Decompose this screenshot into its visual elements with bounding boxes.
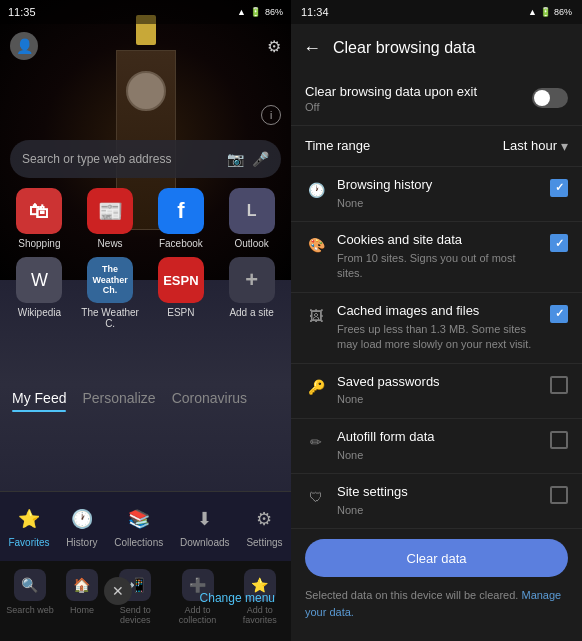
time-range-row[interactable]: Time range Last hour ▾ — [291, 126, 582, 167]
shortcut-facebook[interactable]: f Facebook — [150, 188, 213, 249]
toggle-knob — [534, 90, 550, 106]
facebook-icon: f — [158, 188, 204, 234]
site-settings-item[interactable]: 🛡 Site settings None — [291, 474, 582, 529]
feed-tabs: My Feed Personalize Coronavirus — [0, 390, 291, 410]
tower-clock — [126, 71, 166, 111]
cached-checkbox[interactable] — [550, 305, 568, 323]
shopping-icon: 🛍 — [16, 188, 62, 234]
shortcut-wikipedia-label: Wikipedia — [18, 307, 61, 318]
autofill-title: Autofill form data — [337, 429, 540, 446]
nav-settings[interactable]: ⚙ Settings — [246, 505, 282, 548]
history-icon: 🕐 — [68, 505, 96, 533]
passwords-text: Saved passwords None — [337, 374, 540, 408]
status-time: 11:35 — [8, 6, 36, 18]
change-menu-button[interactable]: Change menu — [200, 591, 275, 605]
avatar[interactable]: 👤 — [10, 32, 38, 60]
battery-pct: 86% — [265, 7, 283, 17]
sec-favorites-label: Add to favorites — [235, 605, 285, 625]
tab-personalize[interactable]: Personalize — [82, 390, 155, 410]
nav-collections[interactable]: 📚 Collections — [114, 505, 163, 548]
footer-text: Selected data on this device will be cle… — [291, 587, 582, 632]
cached-item[interactable]: 🖼 Cached images and files Frees up less … — [291, 293, 582, 364]
info-icon[interactable]: i — [261, 105, 281, 125]
shortcut-wikipedia[interactable]: W Wikipedia — [8, 257, 71, 329]
manage-data-link[interactable]: Manage your data. — [305, 589, 561, 618]
camera-icon[interactable]: 📷 — [227, 151, 244, 167]
back-button[interactable]: ← — [303, 38, 321, 59]
passwords-checkbox[interactable] — [550, 376, 568, 394]
espn-icon: ESPN — [158, 257, 204, 303]
shortcut-news[interactable]: 📰 News — [79, 188, 142, 249]
exit-clear-toggle[interactable] — [532, 88, 568, 108]
shortcut-weather[interactable]: TheWeatherCh. The Weather C. — [79, 257, 142, 329]
tab-myfeed[interactable]: My Feed — [12, 390, 66, 410]
right-battery-pct: 86% — [554, 7, 572, 17]
settings-icon[interactable]: ⚙ — [267, 37, 281, 56]
site-settings-checkbox[interactable] — [550, 486, 568, 504]
clear-data-button[interactable]: Clear data — [305, 539, 568, 577]
cookies-desc: From 10 sites. Signs you out of most sit… — [337, 251, 540, 282]
history-item-icon: 🕐 — [305, 179, 327, 201]
shortcut-espn[interactable]: ESPN ESPN — [150, 257, 213, 329]
outlook-icon: L — [229, 188, 275, 234]
autofill-item[interactable]: ✏ Autofill form data None — [291, 419, 582, 474]
right-status-bar: 11:34 ▲ 🔋 86% — [291, 0, 582, 24]
downloads-icon: ⬇ — [191, 505, 219, 533]
browsing-history-title: Browsing history — [337, 177, 540, 194]
cookies-icon: 🎨 — [305, 234, 327, 256]
left-panel: 11:35 ▲ 🔋 86% 👤 ⚙ i Search or type web a… — [0, 0, 291, 641]
home-icon: 🏠 — [66, 569, 98, 601]
shortcuts-grid: 🛍 Shopping 📰 News f Facebook L Outlook W… — [0, 188, 291, 329]
nav-downloads[interactable]: ⬇ Downloads — [180, 505, 229, 548]
shortcut-news-label: News — [98, 238, 123, 249]
cached-text: Cached images and files Frees up less th… — [337, 303, 540, 353]
site-settings-text: Site settings None — [337, 484, 540, 518]
mic-icon[interactable]: 🎤 — [252, 151, 269, 167]
search-bar[interactable]: Search or type web address 📷 🎤 — [10, 140, 281, 178]
add-site-icon: + — [229, 257, 275, 303]
cookies-item[interactable]: 🎨 Cookies and site data From 10 sites. S… — [291, 222, 582, 293]
dropdown-arrow-icon: ▾ — [561, 138, 568, 154]
exit-clear-toggle-row[interactable]: Clear browsing data upon exit Off — [291, 72, 582, 126]
cookies-checkbox[interactable] — [550, 234, 568, 252]
cached-desc: Frees up less than 1.3 MB. Some sites ma… — [337, 322, 540, 353]
top-bar: 👤 ⚙ — [0, 24, 291, 68]
browsing-history-item[interactable]: 🕐 Browsing history None — [291, 167, 582, 222]
bottom-nav: ⭐ Favorites 🕐 History 📚 Collections ⬇ Do… — [0, 491, 291, 561]
site-settings-icon: 🛡 — [305, 486, 327, 508]
sec-search-web[interactable]: 🔍 Search web — [6, 569, 54, 625]
cookies-text: Cookies and site data From 10 sites. Sig… — [337, 232, 540, 282]
passwords-item[interactable]: 🔑 Saved passwords None — [291, 364, 582, 419]
shortcut-shopping[interactable]: 🛍 Shopping — [8, 188, 71, 249]
site-settings-title: Site settings — [337, 484, 540, 501]
exit-clear-toggle-text: Clear browsing data upon exit Off — [305, 84, 532, 113]
passwords-title: Saved passwords — [337, 374, 540, 391]
autofill-checkbox[interactable] — [550, 431, 568, 449]
time-range-label: Time range — [305, 138, 503, 153]
collections-icon: 📚 — [125, 505, 153, 533]
autofill-text: Autofill form data None — [337, 429, 540, 463]
right-signal-icon: ▲ — [528, 7, 537, 17]
shortcut-add-label: Add a site — [229, 307, 273, 318]
right-panel: 11:34 ▲ 🔋 86% ← Clear browsing data Clea… — [291, 0, 582, 641]
sec-home[interactable]: 🏠 Home — [66, 569, 98, 625]
exit-clear-subtitle: Off — [305, 101, 532, 113]
search-web-icon: 🔍 — [14, 569, 46, 601]
sec-collection-label: Add to collection — [173, 605, 223, 625]
right-battery-icon: 🔋 — [540, 7, 551, 17]
shortcut-outlook[interactable]: L Outlook — [220, 188, 283, 249]
shortcut-add[interactable]: + Add a site — [220, 257, 283, 329]
browsing-history-checkbox[interactable] — [550, 179, 568, 197]
passwords-icon: 🔑 — [305, 376, 327, 398]
weather-icon: TheWeatherCh. — [87, 257, 133, 303]
nav-history[interactable]: 🕐 History — [66, 505, 97, 548]
site-settings-desc: None — [337, 503, 540, 518]
tab-coronavirus[interactable]: Coronavirus — [172, 390, 247, 410]
nav-favorites[interactable]: ⭐ Favorites — [8, 505, 49, 548]
page-title: Clear browsing data — [333, 39, 475, 57]
time-range-value: Last hour — [503, 138, 557, 153]
browsing-history-desc: None — [337, 196, 540, 211]
nav-favorites-label: Favorites — [8, 537, 49, 548]
shortcut-weather-label: The Weather C. — [79, 307, 142, 329]
close-button[interactable]: ✕ — [104, 577, 132, 605]
